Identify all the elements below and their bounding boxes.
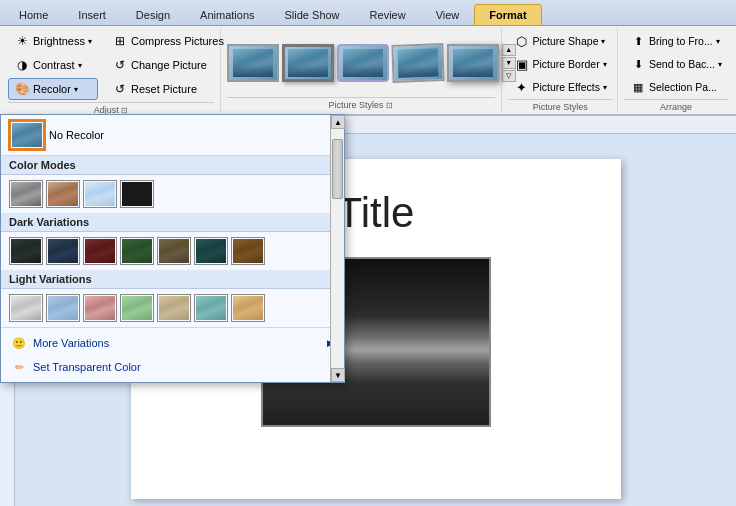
washout-thumb[interactable]: [83, 180, 117, 208]
ribbon-group-arrange: ⬆ Bring to Fro... ▾ ⬇ Send to Bac... ▾ ▦…: [620, 28, 732, 112]
dark-variations-grid: [1, 232, 344, 270]
no-recolor-thumb[interactable]: [9, 120, 45, 150]
recolor-dropdown: No Recolor Color Modes Dark Variations L…: [0, 114, 345, 383]
lv-thumb-5[interactable]: [157, 294, 191, 322]
dv-thumb-4[interactable]: [120, 237, 154, 265]
lv-thumb-6[interactable]: [194, 294, 228, 322]
dv-thumb-1[interactable]: [9, 237, 43, 265]
dv-thumb-2[interactable]: [46, 237, 80, 265]
styles-group-label: Picture Styles ⊡: [227, 97, 495, 110]
set-transparent-item[interactable]: ✏ Set Transparent Color: [1, 355, 344, 379]
no-recolor-section: No Recolor: [1, 115, 344, 156]
slide-title: Title: [337, 189, 415, 237]
picture-shape-icon: ⬡: [514, 33, 530, 49]
tab-view[interactable]: View: [421, 3, 475, 25]
sepia-thumb[interactable]: [46, 180, 80, 208]
light-variations-grid: [1, 289, 344, 327]
dark-variations-header: Dark Variations: [1, 213, 344, 232]
picture-border-button[interactable]: ▣ Picture Border ▾: [508, 53, 614, 75]
tab-slideshow[interactable]: Slide Show: [270, 3, 355, 25]
dv-thumb-6[interactable]: [194, 237, 228, 265]
selection-icon: ▦: [630, 79, 646, 95]
send-back-icon: ⬇: [630, 56, 646, 72]
color-modes-grid: [1, 175, 344, 213]
brightness-button[interactable]: ☀ Brightness ▾: [8, 30, 98, 52]
lv-thumb-7[interactable]: [231, 294, 265, 322]
ribbon: ☀ Brightness ▾ ◑ Contrast ▾ 🎨 Recolor ▾: [0, 26, 736, 116]
tab-animations[interactable]: Animations: [185, 3, 269, 25]
scroll-handle[interactable]: [332, 139, 343, 199]
ribbon-group-adjust: ☀ Brightness ▾ ◑ Contrast ▾ 🎨 Recolor ▾: [4, 28, 221, 112]
picture-effects-icon: ✦: [514, 79, 530, 95]
reset-picture-icon: ↺: [112, 81, 128, 97]
pic-style-5[interactable]: [447, 44, 499, 82]
dv-thumb-7[interactable]: [231, 237, 265, 265]
selection-pane-button[interactable]: ▦ Selection Pa...: [624, 76, 728, 98]
set-transparent-icon: ✏: [11, 359, 27, 375]
tab-insert[interactable]: Insert: [63, 3, 121, 25]
picture-group-label: Picture Styles: [508, 99, 614, 112]
lv-thumb-1[interactable]: [9, 294, 43, 322]
dropdown-scrollbar: ▲ ▼: [330, 115, 344, 382]
light-variations-header: Light Variations: [1, 270, 344, 289]
recolor-button[interactable]: 🎨 Recolor ▾: [8, 78, 98, 100]
send-to-back-button[interactable]: ⬇ Send to Bac... ▾: [624, 53, 728, 75]
change-picture-button[interactable]: ↺ Change Picture: [106, 54, 230, 76]
contrast-button[interactable]: ◑ Contrast ▾: [8, 54, 98, 76]
more-variations-icon: 🙂: [11, 335, 27, 351]
pic-style-4[interactable]: [391, 43, 444, 83]
lv-thumb-3[interactable]: [83, 294, 117, 322]
pic-style-2[interactable]: [282, 44, 334, 82]
change-picture-icon: ↺: [112, 57, 128, 73]
grayscale-thumb[interactable]: [9, 180, 43, 208]
compress-icon: ⊞: [112, 33, 128, 49]
brightness-icon: ☀: [14, 33, 30, 49]
ribbon-group-picture: ⬡ Picture Shape ▾ ▣ Picture Border ▾ ✦ P…: [504, 28, 619, 112]
reset-picture-button[interactable]: ↺ Reset Picture: [106, 78, 230, 100]
bring-front-icon: ⬆: [630, 33, 646, 49]
lv-thumb-4[interactable]: [120, 294, 154, 322]
contrast-icon: ◑: [14, 57, 30, 73]
picture-border-icon: ▣: [514, 56, 530, 72]
black-white-thumb[interactable]: [120, 180, 154, 208]
tab-format[interactable]: Format: [474, 4, 541, 26]
picture-shape-button[interactable]: ⬡ Picture Shape ▾: [508, 30, 614, 52]
tab-home[interactable]: Home: [4, 3, 63, 25]
scroll-down-arrow[interactable]: ▼: [331, 368, 345, 382]
color-modes-header: Color Modes: [1, 156, 344, 175]
tab-design[interactable]: Design: [121, 3, 185, 25]
scroll-up-arrow[interactable]: ▲: [331, 115, 345, 129]
tab-bar: Home Insert Design Animations Slide Show…: [0, 0, 736, 26]
picture-effects-button[interactable]: ✦ Picture Effects ▾: [508, 76, 614, 98]
more-variations-item[interactable]: 🙂 More Variations ▶: [1, 331, 344, 355]
dropdown-footer: 🙂 More Variations ▶ ✏ Set Transparent Co…: [1, 327, 344, 382]
pic-style-1[interactable]: [227, 44, 279, 82]
lv-thumb-2[interactable]: [46, 294, 80, 322]
recolor-icon: 🎨: [14, 81, 30, 97]
tab-review[interactable]: Review: [355, 3, 421, 25]
compress-button[interactable]: ⊞ Compress Pictures: [106, 30, 230, 52]
no-recolor-label: No Recolor: [49, 129, 104, 141]
dv-thumb-5[interactable]: [157, 237, 191, 265]
bring-to-front-button[interactable]: ⬆ Bring to Fro... ▾: [624, 30, 728, 52]
arrange-group-label: Arrange: [624, 99, 728, 112]
dv-thumb-3[interactable]: [83, 237, 117, 265]
pic-style-3[interactable]: [337, 44, 389, 82]
scroll-track: [331, 129, 344, 368]
ribbon-group-styles: ▲ ▼ ▽ Picture Styles ⊡: [223, 28, 502, 112]
